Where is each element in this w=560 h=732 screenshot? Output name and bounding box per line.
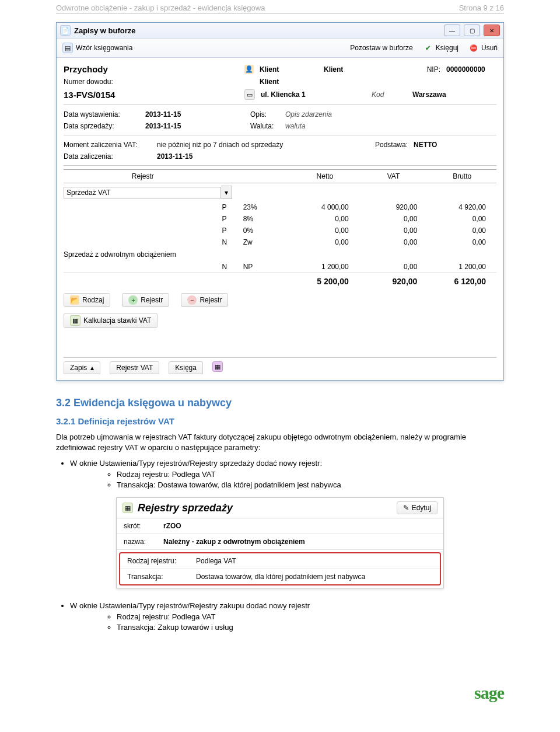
- data-wyst-label: Data wystawienia:: [64, 110, 139, 118]
- paragraph-intro: Dla potrzeb ujmowania w rejestrach VAT f…: [56, 432, 504, 453]
- nip-label: NIP:: [400, 65, 440, 74]
- minus-icon: −: [187, 295, 197, 305]
- vat: 0,00: [359, 226, 428, 235]
- close-button[interactable]: ✕: [484, 25, 500, 36]
- check-icon: ✔: [424, 43, 433, 53]
- tab-rejestr-label: Rejestr VAT: [116, 364, 153, 372]
- pencil-icon: ✎: [403, 504, 409, 512]
- usun-label: Usuń: [481, 44, 498, 52]
- brutto: 0,00: [428, 226, 496, 235]
- app-window: 📄 Zapisy w buforze — ▢ ✕ ▤ Wzór księgowa…: [56, 22, 504, 381]
- col-rejestr: Rejestr: [64, 172, 222, 180]
- skrot-value: rZOO: [163, 522, 181, 530]
- rodzaj-button[interactable]: 📂Rodzaj: [64, 293, 110, 307]
- brutto: 0,00: [428, 238, 496, 246]
- rate: 23%: [243, 203, 290, 211]
- ksieguj-button[interactable]: ✔ Księguj: [424, 43, 459, 53]
- dropdown-icon[interactable]: ▾: [221, 186, 232, 199]
- rejestr-del-label: Rejestr: [200, 296, 222, 304]
- heading-3-2: 3.2 Ewidencja księgowa u nabywcy: [56, 397, 504, 409]
- sub-item: Rodzaj rejestru: Podlega VAT: [117, 470, 504, 479]
- rejestr-add-label: Rejestr: [141, 296, 163, 304]
- doc-number: 13-FVS/0154: [64, 90, 239, 100]
- vat-table-head: Rejestr Netto VAT Brutto: [64, 169, 496, 183]
- data-zal: 2013-11-15: [157, 152, 192, 161]
- moment-label: Moment zaliczenia VAT:: [64, 141, 151, 149]
- doc-icon: ▤: [62, 43, 73, 53]
- maximize-button[interactable]: ▢: [464, 25, 480, 36]
- calendar-icon: ▦: [70, 315, 80, 326]
- footer-tabs: Zapis▴ Rejestr VAT Księga ▦: [64, 357, 496, 374]
- bullet-sprzedaz: W oknie Ustawienia/Typy rejestrów/Rejest…: [70, 459, 322, 468]
- footer-logo: sage: [9, 636, 551, 703]
- vat: 920,00: [359, 203, 428, 211]
- usun-button[interactable]: ⛔ Usuń: [469, 43, 498, 53]
- pn: P: [222, 226, 243, 235]
- tab-rejestr[interactable]: Rejestr VAT: [110, 361, 159, 374]
- titlebar: 📄 Zapisy w buforze — ▢ ✕: [57, 23, 503, 39]
- ksieguj-label: Księguj: [436, 44, 459, 52]
- netto: 0,00: [290, 238, 359, 246]
- przychody-label: Przychody: [64, 64, 239, 74]
- data-zal-label: Data zaliczenia:: [64, 152, 151, 161]
- rodzaj-label: Rodzaj: [82, 296, 104, 304]
- list-item: W oknie Ustawienia/Typy rejestrów/Rejest…: [70, 601, 504, 632]
- person-icon: 👤: [244, 65, 254, 74]
- list-item: W oknie Ustawienia/Typy rejestrów/Rejest…: [70, 459, 504, 489]
- stop-icon: ⛔: [469, 43, 478, 53]
- nazwa-label: nazwa:: [124, 538, 159, 546]
- nazwa-value: Należny - zakup z odwrotnym obciążeniem: [163, 538, 305, 546]
- klient-label: Klient: [260, 65, 318, 74]
- buffer-button[interactable]: Pozostaw w buforze: [350, 44, 412, 52]
- window-icon: 📄: [60, 25, 71, 36]
- podstawa-val: NETTO: [414, 141, 437, 149]
- sub-item: Rodzaj rejestru: Podlega VAT: [117, 612, 504, 621]
- sage-logo: sage: [474, 683, 504, 703]
- bullet-zakup: W oknie Ustawienia/Typy rejestrów/Rejest…: [70, 601, 310, 610]
- netto: 0,00: [290, 226, 359, 235]
- card-icon: ▭: [244, 89, 255, 100]
- minimize-button[interactable]: —: [444, 25, 460, 36]
- waluta-label: Waluta:: [250, 122, 279, 130]
- grid-icon: ▦: [123, 503, 133, 513]
- rejestr-add-button[interactable]: +Rejestr: [122, 293, 169, 307]
- kalkulacja-label: Kalkulacja stawki VAT: [83, 316, 151, 325]
- opis-label: Opis:: [250, 110, 279, 118]
- rate: 8%: [243, 215, 290, 223]
- klient-value: Klient: [324, 65, 394, 74]
- vat: 0,00: [359, 238, 428, 246]
- edytuj-label: Edytuj: [412, 504, 431, 512]
- heading-3-2-1: 3.2.1 Definicja rejestrów VAT: [56, 416, 504, 426]
- edytuj-button[interactable]: ✎ Edytuj: [397, 501, 438, 514]
- opis-val: Opis zdarzenia: [285, 110, 332, 118]
- brutto: 1 200,00: [428, 263, 496, 271]
- adres: ul. Kliencka 1: [261, 90, 366, 99]
- pn: P: [222, 203, 243, 211]
- register-select[interactable]: [64, 187, 221, 198]
- rate: 0%: [243, 226, 290, 235]
- brutto: 4 920,00: [428, 203, 496, 211]
- moment-val: nie później niż po 7 dniach od sprzedaży: [157, 141, 344, 149]
- plus-icon: +: [128, 295, 138, 305]
- rejestr-del-button[interactable]: −Rejestr: [181, 293, 228, 307]
- col-vat: VAT: [359, 172, 428, 180]
- totals-row: 5 200,00 920,00 6 120,00: [64, 273, 496, 290]
- kalkulacja-button[interactable]: ▦Kalkulacja stawki VAT: [64, 313, 158, 328]
- sub-item: Transakcja: Dostawa towarów, dla której …: [117, 480, 504, 489]
- data-sprz: 2013-11-15: [145, 122, 244, 130]
- total-brutto: 6 120,00: [428, 277, 496, 286]
- trans-value: Dostawa towarów, dla której podatnikiem …: [196, 573, 365, 581]
- tab-zapis[interactable]: Zapis▴: [64, 361, 100, 374]
- tab-ksiega-label: Księga: [175, 364, 197, 372]
- page-header-right: Strona 9 z 16: [459, 4, 504, 12]
- tab-ksiega[interactable]: Księga: [169, 361, 203, 374]
- waluta-val: waluta: [285, 122, 306, 130]
- tab-zapis-label: Zapis: [70, 364, 87, 372]
- rate: NP: [243, 263, 290, 271]
- vat-rows-2: NNP1 200,000,001 200,00: [64, 261, 496, 273]
- wzor-button[interactable]: ▤ Wzór księgowania: [62, 43, 132, 53]
- miasto: Warszawa: [412, 90, 446, 99]
- netto: 0,00: [290, 215, 359, 223]
- pn: N: [222, 263, 243, 271]
- caret-up-icon: ▴: [90, 364, 94, 372]
